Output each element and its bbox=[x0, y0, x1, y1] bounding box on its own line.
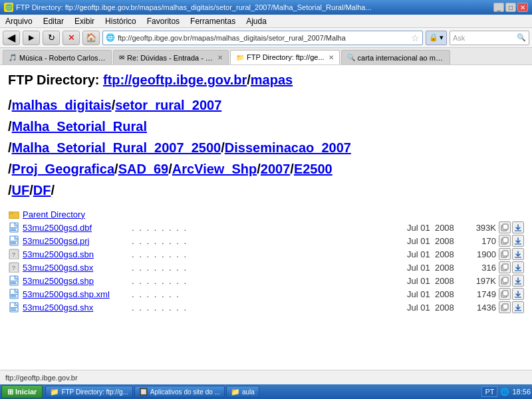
file-link[interactable]: 53mu2500gsd.shp bbox=[23, 276, 129, 286]
taskbar-item-2[interactable]: 📁aula bbox=[226, 386, 259, 398]
menu-ferramentas[interactable]: Ferramentas bbox=[188, 16, 238, 27]
status-bar: ftp://geoftp.ibge.gov.br bbox=[0, 370, 532, 384]
tab-close-email[interactable]: ✕ bbox=[217, 54, 223, 61]
copy-icon[interactable] bbox=[499, 248, 511, 260]
file-date: Jul 01 2008 bbox=[407, 223, 460, 233]
main-content: FTP Directory: ftp://geoftp.ibge.gov.br/… bbox=[0, 65, 532, 370]
windows-icon: ⊞ bbox=[7, 388, 13, 396]
download-icon[interactable] bbox=[512, 221, 524, 233]
svg-rect-35 bbox=[11, 295, 16, 296]
tab-ftp[interactable]: 📁 FTP Directory: ftp://ge... ✕ bbox=[230, 50, 340, 65]
refresh-button[interactable]: ↻ bbox=[43, 31, 60, 45]
search-bar[interactable]: Ask 🔍 bbox=[450, 31, 529, 45]
breadcrumb-malhas[interactable]: malhas_digitais bbox=[12, 98, 112, 112]
tab-icon-carta: 🔍 bbox=[347, 54, 355, 61]
file-row: 53mu2500gsd.shp.xml . . . . . . . Jul 01… bbox=[8, 287, 524, 301]
file-actions bbox=[499, 221, 524, 233]
menu-exibir[interactable]: Exibir bbox=[72, 16, 97, 27]
tab-close-ftp[interactable]: ✕ bbox=[329, 54, 334, 61]
file-actions bbox=[499, 301, 524, 313]
file-link[interactable]: 53mu2500gsd.dbf bbox=[23, 223, 129, 233]
download-icon[interactable] bbox=[512, 301, 524, 313]
parent-directory-link[interactable]: Parent Directory bbox=[23, 209, 129, 219]
breadcrumb-setor[interactable]: setor_rural_2007 bbox=[115, 98, 221, 112]
breadcrumb-uf[interactable]: UF bbox=[12, 183, 30, 198]
svg-rect-27 bbox=[11, 281, 17, 281]
download-icon[interactable] bbox=[512, 248, 524, 260]
breadcrumb-e2500[interactable]: E2500 bbox=[294, 162, 332, 176]
svg-rect-28 bbox=[11, 282, 16, 283]
taskbar: ⊞ Iniciar 📁FTP Directory: ftp://g...🔲Apl… bbox=[0, 384, 532, 399]
file-row: ? 53mu2500gsd.sbx . . . . . . . . Jul 01… bbox=[8, 261, 524, 274]
file-link[interactable]: 53mu2500gsd.prj bbox=[23, 236, 129, 246]
breadcrumb-arcview[interactable]: ArcView_Shp bbox=[172, 162, 257, 176]
svg-rect-11 bbox=[11, 242, 16, 243]
file-list: Parent Directory 53mu2500gsd.dbf . . . .… bbox=[8, 207, 524, 314]
file-dots: . . . . . . . . bbox=[132, 263, 404, 273]
menu-favoritos[interactable]: Favoritos bbox=[144, 16, 182, 27]
copy-icon[interactable] bbox=[499, 261, 511, 273]
home-button[interactable]: 🏠 bbox=[82, 31, 100, 45]
provider-selector[interactable]: 🔒▾ bbox=[426, 31, 447, 45]
window-title: FTP Directory: ftp://geoftp.ibge.gov.br/… bbox=[16, 3, 372, 11]
search-icon[interactable]: 🔍 bbox=[517, 33, 526, 42]
stop-button[interactable]: ✕ bbox=[63, 31, 80, 45]
breadcrumb-2007[interactable]: 2007 bbox=[261, 162, 291, 176]
back-button[interactable]: ◀ bbox=[3, 31, 20, 45]
menu-editar[interactable]: Editar bbox=[41, 16, 66, 27]
breadcrumb-malha-2500[interactable]: Malha_Setorial_Rural_2007_2500 bbox=[12, 140, 221, 155]
maximize-button[interactable]: □ bbox=[505, 3, 516, 12]
breadcrumb-malha-setorial[interactable]: Malha_Setorial_Rural bbox=[12, 119, 147, 134]
file-size: 1900 bbox=[463, 249, 496, 259]
download-icon[interactable] bbox=[512, 235, 524, 247]
breadcrumb-proj[interactable]: Proj_Geografica bbox=[12, 162, 115, 176]
svg-rect-10 bbox=[11, 241, 17, 241]
tab-label-email: Re: Dúvidas - Entrada - Ya... bbox=[127, 54, 213, 62]
file-size: 1749 bbox=[463, 289, 496, 299]
minimize-button[interactable]: _ bbox=[493, 3, 504, 12]
taskbar-item-label: Aplicativos do site do ... bbox=[150, 388, 220, 396]
breadcrumb-root[interactable]: ftp://geoftp.ibge.gov.br bbox=[103, 72, 247, 87]
svg-rect-34 bbox=[11, 294, 17, 295]
close-button[interactable]: ✕ bbox=[517, 3, 528, 12]
taskbar-item-0[interactable]: 📁FTP Directory: ftp://g... bbox=[45, 386, 132, 398]
tab-email[interactable]: ✉ Re: Dúvidas - Entrada - Ya... ✕ bbox=[113, 50, 229, 65]
tab-musica[interactable]: 🎵 Música - Roberto Carlos - K... bbox=[3, 50, 112, 65]
copy-icon[interactable] bbox=[499, 221, 511, 233]
file-link[interactable]: 53mu2500gsd.sbn bbox=[23, 249, 129, 259]
file-link[interactable]: 53mu2500gsd.sbx bbox=[23, 263, 129, 273]
address-bar[interactable]: 🌐 ftp://geoftp.ibge.gov.br/mapas/malhas_… bbox=[102, 31, 423, 45]
copy-icon[interactable] bbox=[499, 288, 511, 300]
download-icon[interactable] bbox=[512, 275, 524, 287]
menu-arquivo[interactable]: Arquivo bbox=[3, 16, 35, 27]
start-button[interactable]: ⊞ Iniciar bbox=[1, 385, 43, 398]
download-icon[interactable] bbox=[512, 288, 524, 300]
svg-rect-19 bbox=[503, 251, 508, 256]
menu-ajuda[interactable]: Ajuda bbox=[243, 16, 269, 27]
breadcrumb-df[interactable]: DF bbox=[33, 183, 51, 198]
ftp-content: FTP Directory: ftp://geoftp.ibge.gov.br/… bbox=[0, 65, 532, 370]
copy-icon[interactable] bbox=[499, 235, 511, 247]
file-date: Jul 01 2008 bbox=[407, 303, 460, 313]
bookmark-icon[interactable]: ☆ bbox=[411, 33, 420, 43]
file-type-icon bbox=[8, 288, 20, 300]
breadcrumb-mapas[interactable]: mapas bbox=[251, 72, 293, 87]
breadcrumb-disseminacao[interactable]: Disseminacao_2007 bbox=[225, 140, 351, 155]
file-dots: . . . . . . . bbox=[132, 289, 404, 299]
breadcrumb-sad[interactable]: SAD_69 bbox=[118, 162, 169, 176]
menu-historico[interactable]: Histórico bbox=[102, 16, 139, 27]
svg-rect-36 bbox=[11, 297, 17, 297]
taskbar-item-1[interactable]: 🔲Aplicativos do site do ... bbox=[134, 386, 225, 398]
tab-carta[interactable]: 🔍 carta internacional ao milho... bbox=[341, 50, 450, 65]
file-link[interactable]: 53mu2500gsd.shx bbox=[23, 303, 129, 313]
clock: 18:56 bbox=[512, 388, 531, 396]
copy-icon[interactable] bbox=[499, 275, 511, 287]
language-indicator[interactable]: PT bbox=[481, 386, 497, 397]
tab-icon-email: ✉ bbox=[119, 54, 124, 61]
window-icon: 🌐 bbox=[4, 3, 13, 12]
forward-button[interactable]: ▶ bbox=[23, 31, 40, 45]
file-link[interactable]: 53mu2500gsd.shp.xml bbox=[23, 289, 129, 299]
copy-icon[interactable] bbox=[499, 301, 511, 313]
download-icon[interactable] bbox=[512, 261, 524, 273]
file-row: 53mu2500gsd.dbf . . . . . . . . Jul 01 2… bbox=[8, 221, 524, 234]
